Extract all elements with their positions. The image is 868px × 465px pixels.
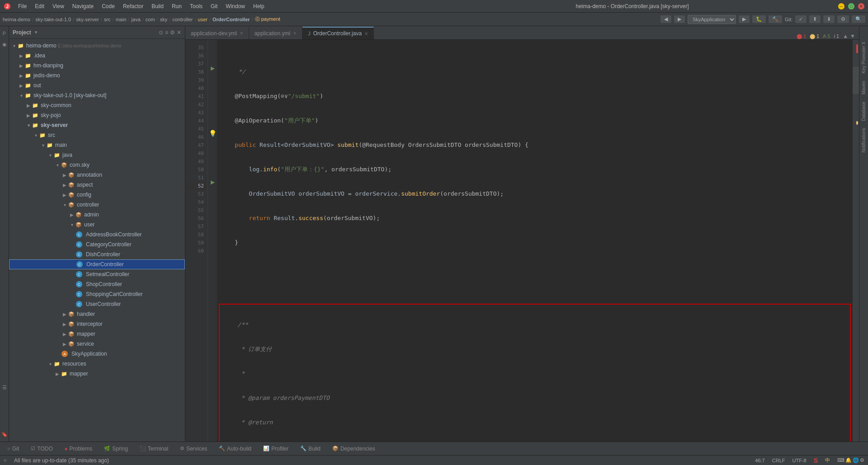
status-icon-3[interactable]: 🌐	[853, 457, 859, 463]
bc-sky-server[interactable]: sky-server	[76, 17, 99, 22]
tree-out[interactable]: ▶ 📁 out	[9, 80, 185, 90]
bc-com[interactable]: com	[146, 17, 155, 22]
tab-close-app-dev[interactable]: ✕	[240, 31, 243, 36]
bc-heima-demo[interactable]: heima-demo	[3, 17, 30, 22]
tab-git[interactable]: ⑂ Git	[2, 444, 24, 454]
bookmarks-icon[interactable]: 🔖	[1, 431, 8, 438]
bc-src[interactable]: src	[104, 17, 111, 22]
database-label[interactable]: Database	[860, 100, 867, 123]
tab-dependencies[interactable]: 📦 Dependencies	[327, 444, 381, 454]
tab-problems[interactable]: ● Problems	[59, 444, 98, 454]
tab-terminal[interactable]: ⬛ Terminal	[134, 444, 174, 454]
tree-category-controller[interactable]: C CategoryController	[9, 240, 185, 249]
tree-com-sky[interactable]: ▾ 📦 com.sky	[9, 160, 185, 170]
tree-setmeal-controller[interactable]: C SetmealController	[9, 269, 185, 279]
panel-collapse-icon[interactable]: ≡	[165, 29, 168, 36]
nav-forward-button[interactable]: ▶	[674, 15, 685, 23]
run-button[interactable]: ▶	[739, 15, 750, 23]
tree-sky-server[interactable]: ▾ 📁 sky-server	[9, 120, 185, 130]
menu-view[interactable]: View	[49, 2, 68, 10]
status-git-icon[interactable]: ⑂	[4, 458, 7, 463]
run-config-select[interactable]: SkyApplication	[688, 15, 736, 24]
tab-order-controller[interactable]: J OrderController.java ✕	[302, 27, 374, 39]
build-button[interactable]: 🔨	[769, 15, 782, 23]
bc-order-controller[interactable]: OrderController	[212, 17, 250, 22]
search-button[interactable]: 🔍	[852, 15, 865, 23]
menu-help[interactable]: Help	[250, 2, 268, 10]
tree-config[interactable]: ▶ 📦 config	[9, 190, 185, 200]
key-promoter-label[interactable]: Key Promoter X	[860, 40, 867, 75]
bc-sky-take-out[interactable]: sky-take-out-1.0	[35, 17, 71, 22]
tree-shopping-cart-controller[interactable]: C ShoppingCartController	[9, 289, 185, 299]
tree-controller[interactable]: ▾ 📦 controller	[9, 200, 185, 210]
tree-project-root[interactable]: ▾ 📁 heima-demo E:\idea-workspace\heima-d…	[9, 41, 185, 51]
debug-button[interactable]: 🐛	[752, 15, 766, 23]
tab-services[interactable]: ⚙ Services	[175, 444, 212, 454]
expand-icon[interactable]: ▲	[843, 33, 848, 39]
bc-controller[interactable]: controller	[172, 17, 193, 22]
tree-user-folder[interactable]: ▾ 📦 user	[9, 220, 185, 230]
maven-label[interactable]: Maven	[860, 79, 867, 96]
status-icon-4[interactable]: ⚙	[860, 457, 864, 463]
tree-order-controller[interactable]: C OrderController	[9, 259, 185, 269]
tab-todo[interactable]: ☑ TODO	[25, 444, 58, 454]
tree-main[interactable]: ▾ 📁 main	[9, 140, 185, 150]
git-pull[interactable]: ⬇	[823, 15, 835, 23]
project-icon[interactable]: P	[1, 30, 8, 37]
panel-locate-icon[interactable]: ⊙	[159, 29, 163, 36]
structure-icon[interactable]: ☰	[1, 384, 8, 391]
bc-user[interactable]: user	[198, 17, 208, 22]
bc-java[interactable]: java	[132, 17, 141, 22]
menu-navigate[interactable]: Navigate	[69, 2, 97, 10]
menu-edit[interactable]: Edit	[31, 2, 48, 10]
menu-code[interactable]: Code	[98, 2, 118, 10]
tab-build[interactable]: 🔧 Build	[295, 444, 326, 454]
close-button[interactable]: ✕	[858, 3, 864, 9]
git-check[interactable]: ✓	[795, 15, 807, 23]
tree-address-book-controller[interactable]: C AddressBookController	[9, 230, 185, 240]
tree-idea[interactable]: ▶ 📁 .idea	[9, 51, 185, 61]
tree-jedis-demo[interactable]: ▶ 📁 jedis-demo	[9, 70, 185, 80]
status-icon-2[interactable]: 🔔	[845, 457, 852, 463]
status-utf8[interactable]: UTF-8	[792, 458, 806, 463]
tree-interceptor[interactable]: ▶ 📦 interceptor	[9, 319, 185, 329]
tree-sky-application[interactable]: A SkyApplication	[9, 349, 185, 359]
tab-application-dev[interactable]: application-dev.yml ✕	[185, 27, 249, 39]
tree-sky-common[interactable]: ▶ 📁 sky-common	[9, 100, 185, 110]
project-panel-dropdown[interactable]: ▾	[35, 29, 38, 35]
editor-scrollbar[interactable]	[853, 40, 859, 442]
tree-aspect[interactable]: ▶ 📦 aspect	[9, 180, 185, 190]
tab-spring[interactable]: 🌿 Spring	[99, 444, 133, 454]
tab-profiler[interactable]: 📊 Profiler	[258, 444, 294, 454]
menu-refactor[interactable]: Refactor	[119, 2, 147, 10]
tree-resources[interactable]: ▾ 📁 resources	[9, 359, 185, 369]
status-position[interactable]: 46:7	[755, 458, 764, 463]
menu-git[interactable]: Git	[207, 2, 221, 10]
tree-sky-pojo[interactable]: ▶ 📁 sky-pojo	[9, 110, 185, 120]
tree-handler[interactable]: ▶ 📦 handler	[9, 309, 185, 319]
menu-tools[interactable]: Tools	[186, 2, 206, 10]
tree-mapper[interactable]: ▶ 📦 mapper	[9, 329, 185, 339]
code-content[interactable]: */ @PostMapping(⊙∨"/submit") @ApiOperati…	[217, 40, 853, 442]
tab-close-application[interactable]: ✕	[293, 31, 297, 36]
tree-service[interactable]: ▶ 📦 service	[9, 339, 185, 349]
bc-main[interactable]: main	[116, 17, 127, 22]
menu-window[interactable]: Window	[222, 2, 249, 10]
scroll-thumb[interactable]	[853, 67, 859, 94]
settings-button[interactable]: ⚙	[837, 15, 849, 23]
notifications-label[interactable]: Notifications	[860, 126, 867, 154]
tree-hm-dianping[interactable]: ▶ 📁 hm-dianping	[9, 61, 185, 70]
tab-auto-build[interactable]: 🔨 Auto-build	[213, 444, 257, 454]
tree-sky-take-out[interactable]: ▾ 📁 sky-take-out-1.0 [sky-take-out]	[9, 90, 185, 100]
maximize-button[interactable]: □	[848, 3, 854, 9]
commit-icon[interactable]: ◉	[1, 41, 8, 48]
menu-file[interactable]: File	[14, 2, 30, 10]
menu-build[interactable]: Build	[148, 2, 167, 10]
minimize-button[interactable]: ─	[838, 3, 844, 9]
tree-java[interactable]: ▾ 📁 java	[9, 150, 185, 160]
status-crlf[interactable]: CRLF	[772, 458, 785, 463]
git-push[interactable]: ⬆	[809, 15, 821, 23]
menu-run[interactable]: Run	[168, 2, 185, 10]
tree-src[interactable]: ▾ 📁 src	[9, 130, 185, 140]
tree-admin[interactable]: ▶ 📦 admin	[9, 210, 185, 220]
